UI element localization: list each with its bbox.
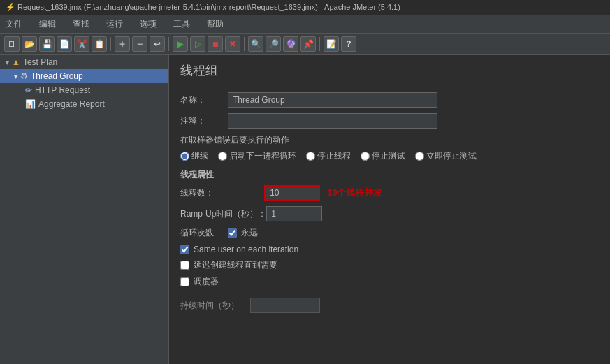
forever-checkbox-label[interactable]: 永远 bbox=[228, 227, 258, 239]
menu-file[interactable]: 文件 bbox=[3, 17, 25, 31]
radio-next-loop[interactable]: 启动下一进程循环 bbox=[218, 150, 296, 162]
forever-label: 永远 bbox=[241, 227, 258, 239]
testplan-icon: ▲ bbox=[12, 57, 20, 67]
httprequest-icon: ✏ bbox=[25, 85, 32, 95]
form-area: 名称： 注释： 在取样器错误后要执行的动作 继续 启动下一进 bbox=[169, 85, 610, 326]
duration-row: 持续时间（秒） bbox=[180, 298, 599, 313]
toolbar-new[interactable]: 🗒 bbox=[4, 36, 20, 52]
toolbar-shutdown[interactable]: ✖ bbox=[225, 36, 240, 52]
sidebar: ▾ ▲ Test Plan ▾ ⚙ Thread Group ✏ HTTP Re… bbox=[0, 55, 169, 364]
radio-stop-thread[interactable]: 停止线程 bbox=[306, 150, 351, 162]
toolbar-search[interactable]: 🔍 bbox=[248, 36, 263, 52]
radio-next-loop-input[interactable] bbox=[218, 152, 227, 161]
radio-stop-now[interactable]: 立即停止测试 bbox=[415, 150, 477, 162]
radio-continue-input[interactable] bbox=[180, 152, 189, 161]
menu-tools[interactable]: 工具 bbox=[170, 17, 193, 31]
thread-count-input[interactable] bbox=[264, 185, 320, 201]
toolbar-cut[interactable]: ✂️ bbox=[74, 36, 89, 52]
thread-count-label: 线程数： bbox=[180, 187, 264, 199]
loop-count-row: 循环次数 永远 bbox=[180, 227, 599, 239]
toolbar-save[interactable]: 💾 bbox=[39, 36, 55, 52]
error-action-label: 在取样器错误后要执行的动作 bbox=[180, 134, 599, 146]
comment-input[interactable] bbox=[228, 113, 437, 129]
error-action-section: 在取样器错误后要执行的动作 继续 启动下一进程循环 停止线程 bbox=[180, 134, 599, 162]
same-user-label: Same user on each iteration bbox=[194, 245, 298, 254]
sidebar-item-httprequest-label: HTTP Request bbox=[35, 85, 90, 95]
sidebar-item-httprequest[interactable]: ✏ HTTP Request bbox=[0, 83, 168, 97]
toolbar-copy[interactable]: 📋 bbox=[92, 36, 107, 52]
main-layout: ▾ ▲ Test Plan ▾ ⚙ Thread Group ✏ HTTP Re… bbox=[0, 55, 610, 364]
menu-help[interactable]: 帮助 bbox=[204, 17, 226, 31]
toolbar: 🗒 📂 💾 📄 ✂️ 📋 + − ↩ ▶ ▷ ⏹ ✖ 🔍 🔎 🔮 📌 📝 ? bbox=[0, 34, 610, 55]
thread-props-section: 线程属性 线程数： 10个线程并发 Ramp-Up时间（秒）： 循环次数 bbox=[180, 169, 599, 239]
same-user-checkbox-label[interactable]: Same user on each iteration bbox=[180, 245, 599, 254]
scheduler-label: 调度器 bbox=[194, 276, 219, 288]
toolbar-start-no-pause[interactable]: ▷ bbox=[190, 36, 205, 52]
radio-continue[interactable]: 继续 bbox=[180, 150, 208, 162]
content-panel: 线程组 名称： 注释： 在取样器错误后要执行的动作 继续 bbox=[169, 55, 610, 364]
thread-count-row: 线程数： 10个线程并发 bbox=[180, 185, 599, 201]
comment-row: 注释： bbox=[180, 113, 599, 129]
sidebar-item-aggregatereport-label: Aggregate Report bbox=[38, 99, 105, 109]
section-title: 线程组 bbox=[169, 55, 610, 85]
menu-edit[interactable]: 编辑 bbox=[36, 17, 59, 31]
toolbar-inspect[interactable]: 🔎 bbox=[266, 36, 281, 52]
scheduler-checkbox-label[interactable]: 调度器 bbox=[180, 276, 599, 288]
toolbar-stop[interactable]: ⏹ bbox=[208, 36, 223, 52]
toolbar-help[interactable]: ? bbox=[341, 36, 356, 52]
rampup-label: Ramp-Up时间（秒）： bbox=[180, 208, 266, 220]
thread-count-hint: 10个线程并发 bbox=[327, 187, 382, 199]
radio-stop-test-label: 停止测试 bbox=[372, 150, 405, 162]
sidebar-item-threadgroup-label: Thread Group bbox=[31, 71, 83, 81]
rampup-input[interactable] bbox=[266, 206, 322, 221]
duration-input[interactable] bbox=[250, 298, 320, 313]
toolbar-saveas[interactable]: 📄 bbox=[57, 36, 72, 52]
rampup-row: Ramp-Up时间（秒）： bbox=[180, 206, 599, 221]
radio-stop-now-input[interactable] bbox=[415, 152, 424, 161]
toolbar-pin[interactable]: 📌 bbox=[300, 36, 316, 52]
menu-options[interactable]: 选项 bbox=[137, 17, 159, 31]
toolbar-undo[interactable]: ↩ bbox=[150, 36, 165, 52]
scheduler-checkbox[interactable] bbox=[180, 277, 189, 286]
loop-count-label: 循环次数 bbox=[180, 227, 222, 239]
duration-section: 持续时间（秒） bbox=[180, 293, 599, 313]
duration-label: 持续时间（秒） bbox=[180, 300, 250, 312]
toolbar-log[interactable]: 📝 bbox=[324, 36, 339, 52]
toolbar-add[interactable]: + bbox=[115, 36, 130, 52]
radio-stop-thread-label: 停止线程 bbox=[317, 150, 351, 162]
sidebar-item-threadgroup[interactable]: ▾ ⚙ Thread Group bbox=[0, 69, 168, 83]
delay-create-checkbox-label[interactable]: 延迟创建线程直到需要 bbox=[180, 259, 599, 271]
radio-stop-test-input[interactable] bbox=[361, 152, 370, 161]
menu-find[interactable]: 查找 bbox=[70, 17, 92, 31]
threadgroup-icon: ⚙ bbox=[20, 71, 28, 81]
sidebar-item-aggregatereport[interactable]: 📊 Aggregate Report bbox=[0, 97, 168, 111]
title-icon: ⚡ bbox=[6, 3, 17, 11]
forever-checkbox[interactable] bbox=[228, 228, 237, 238]
toolbar-sep3 bbox=[244, 37, 245, 51]
radio-continue-label: 继续 bbox=[191, 150, 208, 162]
radio-stop-thread-input[interactable] bbox=[306, 152, 315, 161]
toolbar-sep1 bbox=[110, 37, 111, 51]
name-input[interactable] bbox=[228, 92, 437, 108]
error-action-radio-group: 继续 启动下一进程循环 停止线程 停止测试 bbox=[180, 150, 599, 162]
menu-bar: 文件 编辑 查找 运行 选项 工具 帮助 bbox=[0, 15, 610, 34]
radio-next-loop-label: 启动下一进程循环 bbox=[229, 150, 296, 162]
name-label: 名称： bbox=[180, 94, 222, 106]
delay-create-checkbox[interactable] bbox=[180, 261, 189, 270]
sidebar-item-testplan[interactable]: ▾ ▲ Test Plan bbox=[0, 55, 168, 69]
thread-props-label: 线程属性 bbox=[180, 169, 599, 181]
toolbar-template[interactable]: 🔮 bbox=[283, 36, 298, 52]
toolbar-open[interactable]: 📂 bbox=[22, 36, 37, 52]
radio-stop-now-label: 立即停止测试 bbox=[426, 150, 477, 162]
toolbar-sep2 bbox=[168, 37, 169, 51]
radio-stop-test[interactable]: 停止测试 bbox=[361, 150, 405, 162]
menu-run[interactable]: 运行 bbox=[103, 17, 126, 31]
title-bar: ⚡ Request_1639.jmx (F:\anzhuang\apache-j… bbox=[0, 0, 610, 15]
same-user-checkbox[interactable] bbox=[180, 245, 189, 254]
toolbar-start[interactable]: ▶ bbox=[173, 36, 188, 52]
toolbar-remove[interactable]: − bbox=[132, 36, 147, 52]
toolbar-sep4 bbox=[319, 37, 320, 51]
sidebar-item-testplan-label: Test Plan bbox=[23, 57, 57, 67]
delay-create-label: 延迟创建线程直到需要 bbox=[194, 259, 277, 271]
name-row: 名称： bbox=[180, 92, 599, 108]
